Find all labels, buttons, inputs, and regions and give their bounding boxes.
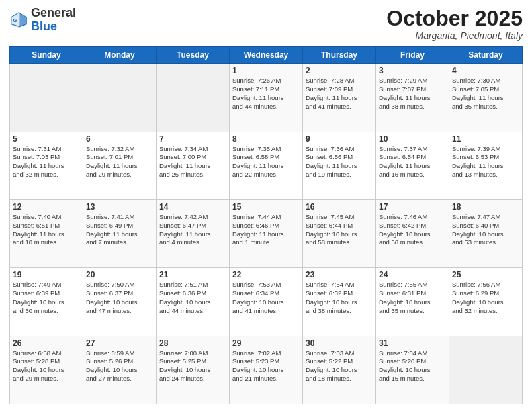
calendar-cell: 24Sunrise: 7:55 AMSunset: 6:31 PMDayligh…	[376, 268, 449, 336]
day-number: 31	[379, 338, 446, 348]
day-info: Sunrise: 7:55 AMSunset: 6:31 PMDaylight:…	[379, 281, 446, 315]
day-number: 4	[452, 66, 519, 75]
day-number: 20	[86, 270, 153, 279]
day-number: 27	[86, 338, 153, 348]
calendar-cell: 15Sunrise: 7:44 AMSunset: 6:46 PMDayligh…	[230, 199, 303, 267]
day-number: 8	[232, 134, 300, 144]
calendar-cell: 12Sunrise: 7:40 AMSunset: 6:51 PMDayligh…	[10, 199, 83, 267]
calendar-cell: 4Sunrise: 7:30 AMSunset: 7:05 PMDaylight…	[449, 64, 523, 132]
day-header-monday: Monday	[83, 47, 157, 64]
day-number: 21	[159, 270, 226, 279]
week-row-0: 1Sunrise: 7:26 AMSunset: 7:11 PMDaylight…	[10, 64, 523, 132]
day-info: Sunrise: 6:58 AMSunset: 5:28 PMDaylight:…	[13, 349, 80, 383]
calendar-cell: 18Sunrise: 7:47 AMSunset: 6:40 PMDayligh…	[449, 199, 523, 267]
day-info: Sunrise: 7:00 AMSunset: 5:25 PMDaylight:…	[159, 349, 226, 383]
day-header-saturday: Saturday	[449, 47, 523, 64]
day-info: Sunrise: 7:53 AMSunset: 6:34 PMDaylight:…	[232, 281, 300, 315]
calendar-cell: 31Sunrise: 7:04 AMSunset: 5:20 PMDayligh…	[376, 336, 449, 404]
calendar-cell: 17Sunrise: 7:46 AMSunset: 6:42 PMDayligh…	[376, 199, 449, 267]
calendar-cell: 26Sunrise: 6:58 AMSunset: 5:28 PMDayligh…	[10, 336, 83, 404]
logo-blue: Blue	[31, 19, 57, 33]
week-row-3: 19Sunrise: 7:49 AMSunset: 6:39 PMDayligh…	[10, 268, 523, 336]
calendar-cell	[83, 64, 157, 132]
logo: G General Blue	[9, 7, 76, 34]
day-info: Sunrise: 7:36 AMSunset: 6:56 PMDaylight:…	[306, 145, 373, 179]
day-info: Sunrise: 7:56 AMSunset: 6:29 PMDaylight:…	[452, 281, 519, 315]
day-number: 7	[159, 134, 226, 144]
day-header-thursday: Thursday	[303, 47, 376, 64]
week-row-4: 26Sunrise: 6:58 AMSunset: 5:28 PMDayligh…	[10, 336, 523, 404]
day-number: 23	[306, 270, 373, 279]
calendar-cell: 30Sunrise: 7:03 AMSunset: 5:22 PMDayligh…	[303, 336, 376, 404]
day-info: Sunrise: 7:45 AMSunset: 6:44 PMDaylight:…	[306, 213, 373, 247]
calendar-cell: 14Sunrise: 7:42 AMSunset: 6:47 PMDayligh…	[157, 199, 230, 267]
header: G General Blue October 2025 Margarita, P…	[9, 7, 523, 41]
calendar-cell: 3Sunrise: 7:29 AMSunset: 7:07 PMDaylight…	[376, 64, 449, 132]
calendar-cell: 1Sunrise: 7:26 AMSunset: 7:11 PMDaylight…	[230, 64, 303, 132]
day-number: 14	[159, 202, 226, 212]
day-number: 30	[306, 338, 373, 348]
day-number: 17	[379, 202, 446, 212]
day-info: Sunrise: 7:26 AMSunset: 7:11 PMDaylight:…	[232, 77, 300, 111]
day-number: 9	[306, 134, 373, 144]
day-number: 15	[232, 202, 300, 212]
day-info: Sunrise: 7:51 AMSunset: 6:36 PMDaylight:…	[159, 281, 226, 315]
day-header-wednesday: Wednesday	[230, 47, 303, 64]
day-info: Sunrise: 7:41 AMSunset: 6:49 PMDaylight:…	[86, 213, 153, 247]
day-header-sunday: Sunday	[10, 47, 83, 64]
day-info: Sunrise: 7:34 AMSunset: 7:00 PMDaylight:…	[159, 145, 226, 179]
calendar-cell: 2Sunrise: 7:28 AMSunset: 7:09 PMDaylight…	[303, 64, 376, 132]
day-number: 24	[379, 270, 446, 279]
day-number: 6	[86, 134, 153, 144]
day-info: Sunrise: 7:29 AMSunset: 7:07 PMDaylight:…	[379, 77, 446, 111]
page: G General Blue October 2025 Margarita, P…	[0, 0, 532, 411]
day-number: 16	[306, 202, 373, 212]
day-number: 18	[452, 202, 519, 212]
calendar-cell: 19Sunrise: 7:49 AMSunset: 6:39 PMDayligh…	[10, 268, 83, 336]
calendar-cell: 10Sunrise: 7:37 AMSunset: 6:54 PMDayligh…	[376, 132, 449, 199]
day-info: Sunrise: 7:37 AMSunset: 6:54 PMDaylight:…	[379, 145, 446, 179]
calendar: SundayMondayTuesdayWednesdayThursdayFrid…	[9, 46, 523, 404]
day-info: Sunrise: 7:35 AMSunset: 6:58 PMDaylight:…	[232, 145, 300, 179]
calendar-cell: 25Sunrise: 7:56 AMSunset: 6:29 PMDayligh…	[449, 268, 523, 336]
day-number: 29	[232, 338, 300, 348]
day-info: Sunrise: 7:49 AMSunset: 6:39 PMDaylight:…	[13, 281, 80, 315]
day-number: 28	[159, 338, 226, 348]
calendar-cell	[449, 336, 523, 404]
calendar-cell: 22Sunrise: 7:53 AMSunset: 6:34 PMDayligh…	[230, 268, 303, 336]
day-info: Sunrise: 7:50 AMSunset: 6:37 PMDaylight:…	[86, 281, 153, 315]
calendar-cell: 20Sunrise: 7:50 AMSunset: 6:37 PMDayligh…	[83, 268, 157, 336]
calendar-cell: 9Sunrise: 7:36 AMSunset: 6:56 PMDaylight…	[303, 132, 376, 199]
calendar-cell: 13Sunrise: 7:41 AMSunset: 6:49 PMDayligh…	[83, 199, 157, 267]
day-number: 11	[452, 134, 519, 144]
day-number: 5	[13, 134, 80, 144]
day-info: Sunrise: 7:44 AMSunset: 6:46 PMDaylight:…	[232, 213, 300, 247]
day-info: Sunrise: 7:31 AMSunset: 7:03 PMDaylight:…	[13, 145, 80, 179]
week-row-1: 5Sunrise: 7:31 AMSunset: 7:03 PMDaylight…	[10, 132, 523, 199]
day-number: 19	[13, 270, 80, 279]
day-header-tuesday: Tuesday	[157, 47, 230, 64]
day-info: Sunrise: 7:28 AMSunset: 7:09 PMDaylight:…	[306, 77, 373, 111]
day-info: Sunrise: 7:32 AMSunset: 7:01 PMDaylight:…	[86, 145, 153, 179]
day-info: Sunrise: 7:40 AMSunset: 6:51 PMDaylight:…	[13, 213, 80, 247]
calendar-cell: 27Sunrise: 6:59 AMSunset: 5:26 PMDayligh…	[83, 336, 157, 404]
calendar-cell: 11Sunrise: 7:39 AMSunset: 6:53 PMDayligh…	[449, 132, 523, 199]
calendar-cell: 28Sunrise: 7:00 AMSunset: 5:25 PMDayligh…	[157, 336, 230, 404]
calendar-cell	[10, 64, 83, 132]
svg-text:G: G	[13, 17, 17, 24]
day-info: Sunrise: 7:30 AMSunset: 7:05 PMDaylight:…	[452, 77, 519, 111]
title-block: October 2025 Margarita, Piedmont, Italy	[386, 7, 523, 41]
day-number: 3	[379, 66, 446, 75]
calendar-cell: 6Sunrise: 7:32 AMSunset: 7:01 PMDaylight…	[83, 132, 157, 199]
month-title: October 2025	[386, 7, 523, 30]
day-info: Sunrise: 7:02 AMSunset: 5:23 PMDaylight:…	[232, 349, 300, 383]
logo-icon: G	[9, 11, 28, 30]
day-info: Sunrise: 7:04 AMSunset: 5:20 PMDaylight:…	[379, 349, 446, 383]
logo-text: General Blue	[31, 7, 76, 34]
day-info: Sunrise: 7:39 AMSunset: 6:53 PMDaylight:…	[452, 145, 519, 179]
day-info: Sunrise: 7:47 AMSunset: 6:40 PMDaylight:…	[452, 213, 519, 247]
day-info: Sunrise: 7:03 AMSunset: 5:22 PMDaylight:…	[306, 349, 373, 383]
calendar-cell: 23Sunrise: 7:54 AMSunset: 6:32 PMDayligh…	[303, 268, 376, 336]
day-number: 2	[306, 66, 373, 75]
day-info: Sunrise: 7:42 AMSunset: 6:47 PMDaylight:…	[159, 213, 226, 247]
